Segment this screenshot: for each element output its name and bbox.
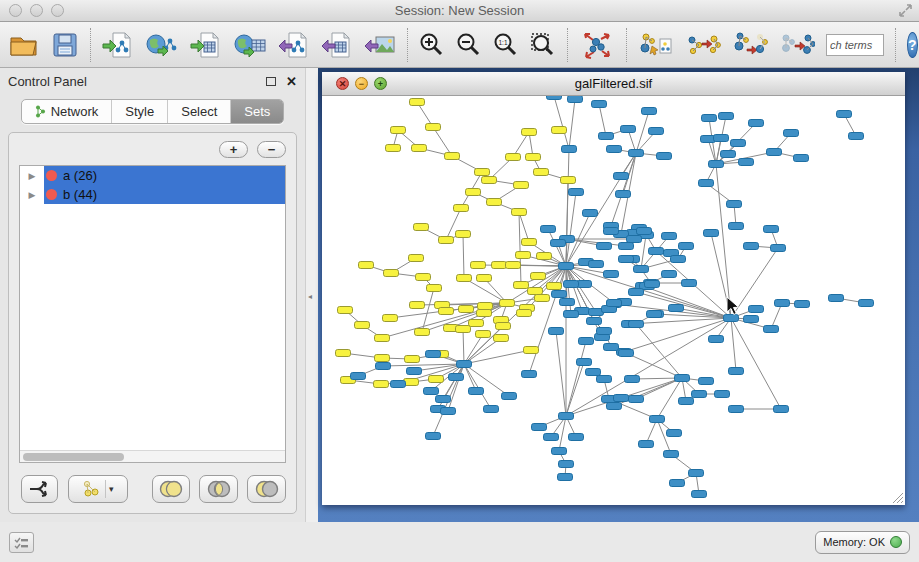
memory-status-button[interactable]: Memory: OK [815, 531, 910, 554]
graph-node[interactable] [607, 300, 622, 307]
export-network-button[interactable] [278, 31, 310, 59]
graph-node[interactable] [721, 151, 736, 158]
graph-node[interactable] [522, 129, 537, 136]
network-graph[interactable] [322, 96, 905, 505]
graph-node[interactable] [709, 336, 724, 343]
graph-node[interactable] [559, 461, 574, 468]
intersection-sets-button[interactable] [199, 475, 238, 503]
graph-node[interactable] [552, 291, 567, 298]
network-minimize-button[interactable]: − [355, 77, 368, 90]
graph-node[interactable] [492, 262, 507, 269]
list-item[interactable]: ▶ a (26) [20, 166, 285, 185]
graph-node[interactable] [634, 266, 649, 273]
graph-node[interactable] [829, 295, 844, 302]
graph-node[interactable] [675, 375, 690, 382]
graph-node[interactable] [391, 381, 406, 388]
graph-node[interactable] [528, 288, 543, 295]
graph-node[interactable] [607, 403, 622, 410]
zoom-fit-button[interactable]: 1:1 [493, 32, 519, 58]
graph-node[interactable] [709, 161, 724, 168]
graph-node[interactable] [699, 180, 714, 187]
graph-node[interactable] [667, 430, 682, 437]
graph-node[interactable] [409, 255, 424, 262]
graph-node[interactable] [639, 441, 654, 448]
graph-node[interactable] [569, 434, 584, 441]
graph-node[interactable] [531, 273, 546, 280]
graph-node[interactable] [775, 300, 790, 307]
graph-node[interactable] [629, 396, 644, 403]
graph-node[interactable] [744, 243, 759, 250]
graph-node[interactable] [692, 491, 707, 498]
graph-node[interactable] [469, 320, 484, 327]
graph-node[interactable] [629, 289, 644, 296]
expander-icon[interactable]: ▶ [20, 166, 44, 185]
graph-node[interactable] [386, 145, 401, 152]
graph-node[interactable] [670, 480, 685, 487]
graph-node[interactable] [739, 159, 754, 166]
graph-node[interactable] [475, 169, 490, 176]
graph-node[interactable] [429, 376, 444, 383]
graph-node[interactable] [662, 271, 677, 278]
graph-node[interactable] [729, 223, 744, 230]
horizontal-scrollbar[interactable] [20, 450, 285, 462]
graph-node[interactable] [416, 274, 431, 281]
graph-node[interactable] [749, 120, 764, 127]
scrollbar-thumb[interactable] [23, 453, 124, 461]
graph-node[interactable] [614, 173, 629, 180]
graph-node[interactable] [569, 189, 584, 196]
graph-node[interactable] [649, 128, 664, 135]
graph-node[interactable] [604, 344, 619, 351]
graph-node[interactable] [837, 111, 852, 118]
graph-node[interactable] [506, 262, 521, 269]
graph-node[interactable] [494, 335, 509, 342]
import-table-web-button[interactable] [233, 31, 267, 59]
graph-node[interactable] [517, 310, 532, 317]
graph-node[interactable] [441, 408, 456, 415]
graph-node[interactable] [534, 169, 549, 176]
graph-node[interactable] [374, 381, 389, 388]
graph-node[interactable] [336, 350, 351, 357]
chevron-down-icon[interactable]: ▾ [109, 484, 114, 494]
graph-node[interactable] [669, 305, 684, 312]
graph-node[interactable] [445, 153, 460, 160]
graph-node[interactable] [426, 433, 441, 440]
graph-node[interactable] [629, 150, 644, 157]
graph-node[interactable] [547, 96, 562, 100]
tab-sets[interactable]: Sets [231, 100, 283, 123]
graph-node[interactable] [526, 154, 541, 161]
graph-node[interactable] [619, 243, 634, 250]
help-button[interactable]: ? [907, 32, 918, 58]
graph-node[interactable] [597, 243, 612, 250]
graph-node[interactable] [532, 424, 547, 431]
graph-node[interactable] [619, 256, 634, 263]
graph-node[interactable] [482, 177, 497, 184]
graph-node[interactable] [412, 145, 427, 152]
network-window-frame[interactable]: ✕ − + galFiltered.sif [318, 68, 919, 522]
graph-node[interactable] [767, 149, 782, 156]
graph-node[interactable] [512, 209, 527, 216]
graph-node[interactable] [564, 311, 579, 318]
graph-node[interactable] [471, 262, 486, 269]
split-set-button[interactable] [21, 475, 58, 503]
graph-node[interactable] [719, 113, 734, 120]
graph-node[interactable] [415, 329, 430, 336]
graph-node[interactable] [859, 300, 874, 307]
graph-node[interactable] [338, 307, 353, 314]
graph-node[interactable] [645, 281, 660, 288]
close-panel-icon[interactable]: ✕ [286, 75, 297, 88]
graph-node[interactable] [579, 338, 594, 345]
graph-node[interactable] [558, 474, 573, 481]
fullscreen-icon[interactable] [898, 3, 913, 22]
graph-node[interactable] [477, 275, 492, 282]
tab-network[interactable]: Network [22, 100, 113, 123]
graph-node[interactable] [771, 245, 786, 252]
save-session-button[interactable] [51, 31, 79, 59]
zoom-out-button[interactable] [456, 32, 482, 58]
graph-node[interactable] [583, 210, 598, 217]
task-monitor-button[interactable] [9, 532, 34, 553]
graph-node[interactable] [704, 230, 719, 237]
apply-layout-button[interactable] [579, 30, 615, 60]
float-panel-icon[interactable] [266, 77, 276, 86]
graph-node[interactable] [547, 283, 562, 290]
graph-node[interactable] [410, 302, 425, 309]
